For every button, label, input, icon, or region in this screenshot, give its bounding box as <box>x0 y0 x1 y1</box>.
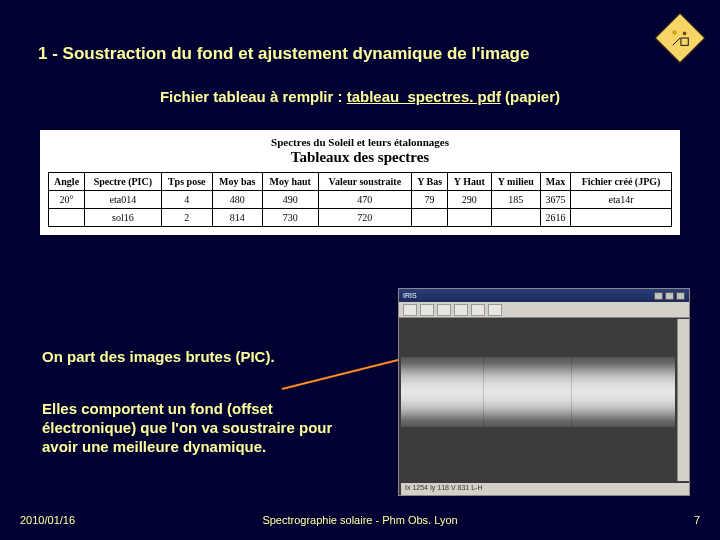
spectrum-band <box>401 357 675 427</box>
window-status-bar: Ix 1254 Iy 118 V 831 L-H <box>401 483 689 495</box>
table-header-cell: Y Haut <box>448 173 491 191</box>
table-cell: 290 <box>448 191 491 209</box>
table-cell: 470 <box>318 191 411 209</box>
table-header-cell: Fichier créé (JPG) <box>571 173 672 191</box>
body-text-2: Elles comportent un fond (offset électro… <box>42 400 342 456</box>
table-cell <box>49 209 85 227</box>
spectrum-canvas <box>401 319 675 481</box>
table-cell: sol16 <box>85 209 161 227</box>
window-title-text: IRIS <box>403 292 417 299</box>
table-cell: 2616 <box>540 209 570 227</box>
subtitle-prefix: Fichier tableau à remplir : <box>160 88 347 105</box>
table-cell: 185 <box>491 191 540 209</box>
table-cell: 720 <box>318 209 411 227</box>
table-header-cell: Moy bas <box>212 173 262 191</box>
subtitle-link: tableau_spectres. pdf <box>347 88 501 105</box>
svg-point-0 <box>672 30 677 35</box>
table-cell: 3675 <box>540 191 570 209</box>
spectra-table: AngleSpectre (PIC)Tps poseMoy basMoy hau… <box>48 172 672 227</box>
table-cell: 480 <box>212 191 262 209</box>
footer-center: Spectrographie solaire - Phm Obs. Lyon <box>0 514 720 526</box>
table-header-cell: Max <box>540 173 570 191</box>
table-heading: Spectres du Soleil et leurs étalonnages … <box>48 136 672 166</box>
table-cell: 4 <box>161 191 212 209</box>
window-titlebar: IRIS <box>399 289 689 302</box>
slide-footer: 2010/01/16 Spectrographie solaire - Phm … <box>0 514 720 526</box>
table-row: 20°eta0144480490470792901853675eta14r <box>49 191 672 209</box>
body-text-1: On part des images brutes (PIC). <box>42 348 275 365</box>
toolbar-button[interactable] <box>471 304 485 316</box>
svg-line-3 <box>673 38 680 45</box>
table-cell <box>448 209 491 227</box>
table-cell: 730 <box>262 209 318 227</box>
image-viewer-window: IRIS Ix 1254 Iy 118 V 831 L-H <box>398 288 690 496</box>
table-header-cell: Valeur soustraite <box>318 173 411 191</box>
data-table-panel: Spectres du Soleil et leurs étalonnages … <box>40 130 680 235</box>
table-row: sol1628147307202616 <box>49 209 672 227</box>
scrollbar-vertical[interactable] <box>677 319 689 481</box>
svg-point-1 <box>683 32 687 36</box>
table-cell: 490 <box>262 191 318 209</box>
window-toolbar[interactable] <box>399 302 689 318</box>
table-cell: eta14r <box>571 191 672 209</box>
table-cell <box>412 209 448 227</box>
table-header-cell: Y milieu <box>491 173 540 191</box>
table-cell: eta014 <box>85 191 161 209</box>
slide-title: 1 - Soustraction du fond et ajustement d… <box>38 44 529 64</box>
table-header-cell: Spectre (PIC) <box>85 173 161 191</box>
arrow-annotation <box>282 357 409 390</box>
table-cell: 2 <box>161 209 212 227</box>
slide-subtitle: Fichier tableau à remplir : tableau_spec… <box>0 88 720 105</box>
table-cell <box>491 209 540 227</box>
table-heading-line1: Spectres du Soleil et leurs étalonnages <box>48 136 672 148</box>
table-cell: 79 <box>412 191 448 209</box>
table-cell: 20° <box>49 191 85 209</box>
toolbar-button[interactable] <box>454 304 468 316</box>
table-header-cell: Tps pose <box>161 173 212 191</box>
toolbar-button[interactable] <box>437 304 451 316</box>
toolbar-button[interactable] <box>488 304 502 316</box>
table-heading-line2: Tableaux des spectres <box>48 149 672 166</box>
table-header-cell: Moy haut <box>262 173 318 191</box>
table-cell: 814 <box>212 209 262 227</box>
window-controls[interactable] <box>654 292 685 300</box>
table-cell <box>571 209 672 227</box>
toolbar-button[interactable] <box>420 304 434 316</box>
table-header-cell: Angle <box>49 173 85 191</box>
svg-rect-2 <box>681 38 688 45</box>
table-header-cell: Y Bas <box>412 173 448 191</box>
logo-icon <box>655 13 706 64</box>
subtitle-suffix: (papier) <box>501 88 560 105</box>
toolbar-button[interactable] <box>403 304 417 316</box>
